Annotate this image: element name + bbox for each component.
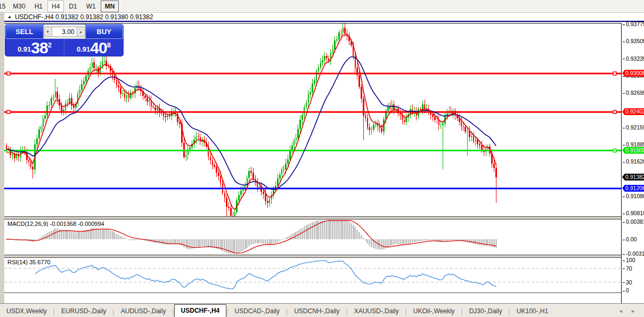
rsi-chart <box>4 258 621 292</box>
chart-tab-eurusd[interactable]: EURUSD-,Daily <box>55 306 113 317</box>
rsi-label: RSI(14) 35.6770 <box>7 259 51 265</box>
hline-handle <box>7 72 10 75</box>
price-tick: 0.93505 <box>623 38 644 44</box>
volume-input[interactable]: 3.00 <box>52 27 77 37</box>
price-tick: 0.91080 <box>623 193 644 199</box>
chart-tab-usdchf[interactable]: USDCHF-,H4 <box>174 304 227 317</box>
timeframe-button-w1[interactable]: W1 <box>82 1 100 12</box>
hline-handle <box>613 72 616 75</box>
chart-tab-dj30[interactable]: DJ30-,Daily <box>463 306 509 317</box>
chart-title: USDCHF-,H4 0.91382 0.91382 0.91380 0.913… <box>15 13 153 21</box>
macd-label: MACD(12,26,9) -0.001368 -0.000994 <box>7 221 104 227</box>
timeframe-toolbar: 15M30H1H4D1W1MN <box>0 0 644 13</box>
chart-tab-usdcnh[interactable]: USDCNH-,Daily <box>288 306 346 317</box>
chart-tab-usdcad[interactable]: USDCAD-,Daily <box>228 306 286 317</box>
price-tick: 0.90810 <box>623 210 644 216</box>
sell-price-big: 38 <box>31 40 47 55</box>
hline-price-label: 0.93006 <box>622 70 644 77</box>
toolbar-separator <box>121 2 121 11</box>
volume-increase-button[interactable]: ▴ <box>77 27 85 37</box>
mt4-application: 15M30H1H4D1W1MN ▲ USDCHF-,H4 0.91382 0.9… <box>0 0 644 317</box>
timeframe-button-d1[interactable]: D1 <box>64 1 81 12</box>
hline-handle <box>7 110 10 113</box>
sell-price-prefix: 0.91 <box>18 45 31 53</box>
hline-price-label: 0.91206 <box>622 185 644 192</box>
current-price-label: 0.91382 <box>622 174 644 181</box>
chart-tab-usdx[interactable]: USDX,Weekly <box>0 306 53 317</box>
macd-axis-tick: 0.003811 <box>623 218 644 225</box>
sell-button[interactable]: SELL <box>5 25 44 39</box>
buy-price-sup: 8 <box>107 41 111 49</box>
price-tick: 0.92695 <box>623 90 644 96</box>
rsi-axis-tick: 70 <box>623 265 632 272</box>
macd-axis-tick: 0.00 <box>623 236 637 242</box>
price-tick: 0.93235 <box>623 55 644 62</box>
timeframe-button-h1[interactable]: H1 <box>30 1 47 12</box>
chart-tab-audusd[interactable]: AUDUSD-,Daily <box>115 306 173 317</box>
one-click-trade-panel: SELL ▾ 3.00 ▴ BUY 0.91 38 2 <box>5 25 123 56</box>
chart-tab-ukoil[interactable]: UKOil-,Weekly <box>407 306 461 317</box>
rsi-pane[interactable]: RSI(14) 35.6770 <box>4 257 621 293</box>
chart-tab-bar: USDX,Weekly|EURUSD-,Daily|AUDUSD-,Daily|… <box>0 303 644 317</box>
chart-window: ▲ USDCHF-,H4 0.91382 0.91382 0.91380 0.9… <box>0 13 644 303</box>
chart-title-bar: ▲ USDCHF-,H4 0.91382 0.91382 0.91380 0.9… <box>4 13 644 22</box>
buy-price-prefix: 0.91 <box>77 45 90 53</box>
hline-price-label: 0.92403 <box>622 108 644 115</box>
sell-price[interactable]: 0.91 38 2 <box>5 39 64 56</box>
buy-price[interactable]: 0.91 40 8 <box>64 39 123 56</box>
volume-control: ▾ 3.00 ▴ <box>44 25 85 39</box>
price-tick: 0.92155 <box>623 124 644 131</box>
hline-handle <box>613 149 616 152</box>
chart-tab-xauusd[interactable]: XAUUSD-,Daily <box>348 306 405 317</box>
timeframe-button-mn[interactable]: MN <box>101 1 119 12</box>
price-axis: 0.937750.935050.932350.929650.926950.921… <box>621 23 644 303</box>
hline-handle <box>613 110 616 113</box>
hline-price-label: 0.91800 <box>622 147 644 154</box>
rsi-axis-tick: 0 <box>623 287 629 294</box>
buy-price-big: 40 <box>90 40 107 55</box>
chart-tab-uk100[interactable]: UK100-,H1 <box>510 306 555 317</box>
tab-scroll-arrows[interactable]: ◄ ► <box>618 308 644 317</box>
volume-decrease-button[interactable]: ▾ <box>44 27 52 37</box>
buy-button[interactable]: BUY <box>85 25 124 39</box>
plot-column: MACD(12,26,9) -0.001368 -0.000994 RSI(14… <box>4 23 621 303</box>
price-tick: 0.93775 <box>623 21 644 27</box>
timeframe-button-h4[interactable]: H4 <box>47 1 64 12</box>
sell-price-sup: 2 <box>48 41 52 49</box>
rsi-axis-tick: 30 <box>623 279 632 286</box>
macd-axis-tick: -0.003115 <box>623 250 644 257</box>
window-triangle-icon[interactable]: ▲ <box>7 14 12 19</box>
timeframe-button-m30[interactable]: M30 <box>9 1 29 12</box>
macd-pane[interactable]: MACD(12,26,9) -0.001368 -0.000994 <box>4 219 621 255</box>
price-tick: 0.91620 <box>623 158 644 165</box>
timeframe-button-15[interactable]: 15 <box>0 1 8 12</box>
rsi-axis-tick: 100 <box>623 257 635 263</box>
